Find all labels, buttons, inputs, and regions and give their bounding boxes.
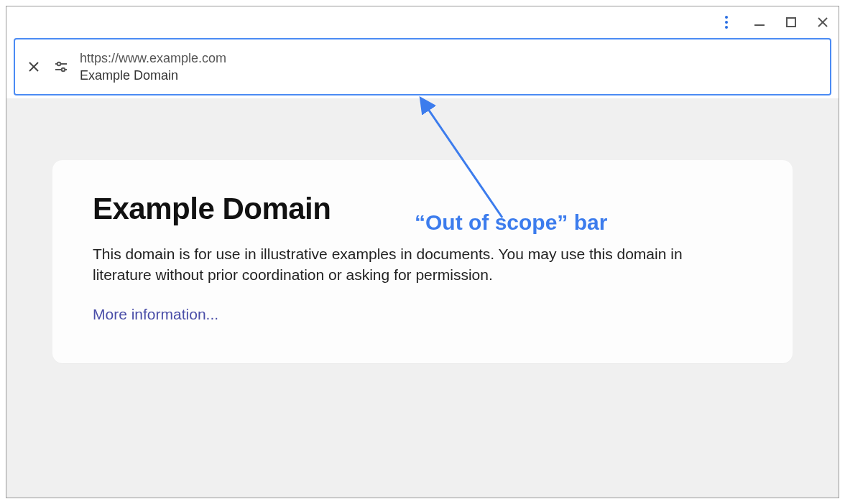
window-titlebar xyxy=(6,6,839,38)
tune-icon xyxy=(54,60,68,74)
more-vert-icon[interactable] xyxy=(719,14,737,31)
address-url: https://www.example.com xyxy=(80,50,226,67)
content-area: Example Domain This domain is for use in… xyxy=(6,98,839,498)
close-icon xyxy=(29,62,39,72)
svg-rect-1 xyxy=(787,18,795,27)
close-tab-button[interactable] xyxy=(25,58,42,75)
close-icon xyxy=(817,17,828,28)
maximize-button[interactable] xyxy=(782,14,800,31)
address-page-title: Example Domain xyxy=(80,67,226,84)
maximize-icon xyxy=(785,17,797,28)
page-paragraph: This domain is for use in illustrative e… xyxy=(93,243,711,286)
minimize-button[interactable] xyxy=(751,14,768,31)
address-info: https://www.example.com Example Domain xyxy=(80,50,226,85)
page-heading: Example Domain xyxy=(93,192,752,226)
browser-window: https://www.example.com Example Domain E… xyxy=(6,6,839,498)
more-information-link[interactable]: More information... xyxy=(93,306,218,322)
svg-point-9 xyxy=(62,68,65,72)
svg-point-7 xyxy=(57,62,61,66)
close-window-button[interactable] xyxy=(814,14,831,31)
minimize-icon xyxy=(753,16,766,29)
tune-button[interactable] xyxy=(52,58,70,75)
content-card: Example Domain This domain is for use in… xyxy=(52,160,793,363)
scope-bar[interactable]: https://www.example.com Example Domain xyxy=(14,38,831,95)
